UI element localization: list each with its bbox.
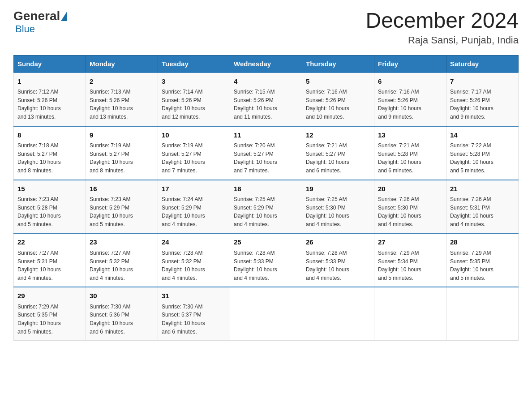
day-info: Sunrise: 7:16 AMSunset: 5:26 PMDaylight:…: [378, 88, 442, 121]
day-number: 9: [90, 130, 154, 141]
day-info: Sunrise: 7:14 AMSunset: 5:26 PMDaylight:…: [162, 88, 226, 121]
day-number: 28: [450, 237, 515, 248]
calendar-cell: 24Sunrise: 7:28 AMSunset: 5:32 PMDayligh…: [158, 233, 230, 287]
day-info: Sunrise: 7:15 AMSunset: 5:26 PMDaylight:…: [234, 88, 298, 121]
day-info: Sunrise: 7:19 AMSunset: 5:27 PMDaylight:…: [162, 141, 226, 175]
day-info: Sunrise: 7:12 AMSunset: 5:26 PMDaylight:…: [17, 88, 82, 121]
day-info: Sunrise: 7:28 AMSunset: 5:32 PMDaylight:…: [162, 249, 226, 282]
calendar-cell: 28Sunrise: 7:29 AMSunset: 5:35 PMDayligh…: [446, 233, 519, 287]
calendar-cell: [302, 287, 374, 340]
day-info: Sunrise: 7:28 AMSunset: 5:33 PMDaylight:…: [234, 249, 298, 282]
calendar-cell: 4Sunrise: 7:15 AMSunset: 5:26 PMDaylight…: [230, 73, 302, 126]
day-info: Sunrise: 7:17 AMSunset: 5:26 PMDaylight:…: [450, 88, 515, 121]
calendar-cell: 25Sunrise: 7:28 AMSunset: 5:33 PMDayligh…: [230, 233, 302, 287]
day-info: Sunrise: 7:13 AMSunset: 5:26 PMDaylight:…: [90, 88, 154, 121]
day-info: Sunrise: 7:28 AMSunset: 5:33 PMDaylight:…: [306, 249, 370, 282]
header: General Blue December 2024 Raja Sansi, P…: [13, 9, 519, 46]
day-number: 11: [234, 130, 298, 141]
logo-triangle-icon: [61, 11, 67, 21]
location-title: Raja Sansi, Punjab, India: [365, 34, 519, 46]
day-info: Sunrise: 7:21 AMSunset: 5:27 PMDaylight:…: [306, 141, 370, 175]
month-title: December 2024: [365, 9, 519, 33]
day-info: Sunrise: 7:24 AMSunset: 5:29 PMDaylight:…: [162, 195, 226, 228]
day-info: Sunrise: 7:25 AMSunset: 5:30 PMDaylight:…: [306, 195, 370, 228]
day-number: 14: [450, 130, 515, 141]
day-number: 2: [90, 77, 154, 87]
calendar-cell: 6Sunrise: 7:16 AMSunset: 5:26 PMDaylight…: [374, 73, 446, 126]
day-number: 4: [234, 77, 298, 87]
day-info: Sunrise: 7:21 AMSunset: 5:28 PMDaylight:…: [378, 141, 442, 175]
weekday-header-thursday: Thursday: [302, 55, 374, 73]
day-number: 21: [450, 184, 515, 194]
day-number: 19: [306, 184, 370, 194]
logo-general: General: [13, 9, 60, 23]
calendar-cell: 23Sunrise: 7:27 AMSunset: 5:32 PMDayligh…: [86, 233, 158, 287]
day-info: Sunrise: 7:26 AMSunset: 5:31 PMDaylight:…: [450, 195, 515, 228]
calendar-cell: 3Sunrise: 7:14 AMSunset: 5:26 PMDaylight…: [158, 73, 230, 126]
weekday-header-row: SundayMondayTuesdayWednesdayThursdayFrid…: [14, 55, 519, 73]
calendar-cell: 30Sunrise: 7:30 AMSunset: 5:36 PMDayligh…: [86, 287, 158, 340]
weekday-header-sunday: Sunday: [14, 55, 86, 73]
calendar-cell: 11Sunrise: 7:20 AMSunset: 5:27 PMDayligh…: [230, 126, 302, 180]
calendar-cell: 5Sunrise: 7:16 AMSunset: 5:26 PMDaylight…: [302, 73, 374, 126]
weekday-header-monday: Monday: [86, 55, 158, 73]
day-info: Sunrise: 7:30 AMSunset: 5:37 PMDaylight:…: [162, 303, 226, 336]
calendar-week-row: 22Sunrise: 7:27 AMSunset: 5:31 PMDayligh…: [14, 233, 519, 287]
calendar-cell: 18Sunrise: 7:25 AMSunset: 5:29 PMDayligh…: [230, 180, 302, 234]
calendar-cell: 7Sunrise: 7:17 AMSunset: 5:26 PMDaylight…: [446, 73, 519, 126]
calendar-cell: 16Sunrise: 7:23 AMSunset: 5:29 PMDayligh…: [86, 180, 158, 234]
day-number: 31: [162, 291, 226, 301]
title-area: December 2024 Raja Sansi, Punjab, India: [365, 9, 519, 46]
day-info: Sunrise: 7:29 AMSunset: 5:35 PMDaylight:…: [17, 303, 82, 336]
calendar-cell: 2Sunrise: 7:13 AMSunset: 5:26 PMDaylight…: [86, 73, 158, 126]
day-info: Sunrise: 7:20 AMSunset: 5:27 PMDaylight:…: [234, 141, 298, 175]
calendar-cell: 19Sunrise: 7:25 AMSunset: 5:30 PMDayligh…: [302, 180, 374, 234]
calendar-table: SundayMondayTuesdayWednesdayThursdayFrid…: [13, 55, 519, 341]
weekday-header-tuesday: Tuesday: [158, 55, 230, 73]
calendar-cell: 10Sunrise: 7:19 AMSunset: 5:27 PMDayligh…: [158, 126, 230, 180]
calendar-cell: 17Sunrise: 7:24 AMSunset: 5:29 PMDayligh…: [158, 180, 230, 234]
calendar-cell: [374, 287, 446, 340]
calendar-cell: [230, 287, 302, 340]
day-info: Sunrise: 7:23 AMSunset: 5:28 PMDaylight:…: [17, 195, 82, 228]
day-number: 8: [17, 130, 82, 141]
day-number: 10: [162, 130, 226, 141]
calendar-cell: 27Sunrise: 7:29 AMSunset: 5:34 PMDayligh…: [374, 233, 446, 287]
calendar-cell: [446, 287, 519, 340]
weekday-header-wednesday: Wednesday: [230, 55, 302, 73]
calendar-week-row: 8Sunrise: 7:18 AMSunset: 5:27 PMDaylight…: [14, 126, 519, 180]
day-info: Sunrise: 7:27 AMSunset: 5:32 PMDaylight:…: [90, 249, 154, 282]
day-number: 24: [162, 237, 226, 248]
calendar-cell: 9Sunrise: 7:19 AMSunset: 5:27 PMDaylight…: [86, 126, 158, 180]
day-number: 25: [234, 237, 298, 248]
day-info: Sunrise: 7:29 AMSunset: 5:34 PMDaylight:…: [378, 249, 442, 282]
day-number: 30: [90, 291, 154, 301]
calendar-cell: 12Sunrise: 7:21 AMSunset: 5:27 PMDayligh…: [302, 126, 374, 180]
day-number: 27: [378, 237, 442, 248]
day-number: 23: [90, 237, 154, 248]
calendar-cell: 14Sunrise: 7:22 AMSunset: 5:28 PMDayligh…: [446, 126, 519, 180]
day-number: 17: [162, 184, 226, 194]
weekday-header-saturday: Saturday: [446, 55, 519, 73]
day-info: Sunrise: 7:16 AMSunset: 5:26 PMDaylight:…: [306, 88, 370, 121]
calendar-cell: 22Sunrise: 7:27 AMSunset: 5:31 PMDayligh…: [14, 233, 86, 287]
logo-blue: Blue: [15, 23, 35, 34]
calendar-cell: 1Sunrise: 7:12 AMSunset: 5:26 PMDaylight…: [14, 73, 86, 126]
day-info: Sunrise: 7:30 AMSunset: 5:36 PMDaylight:…: [90, 303, 154, 336]
day-number: 22: [17, 237, 82, 248]
day-number: 26: [306, 237, 370, 248]
day-number: 20: [378, 184, 442, 194]
day-number: 15: [17, 184, 82, 194]
calendar-cell: 29Sunrise: 7:29 AMSunset: 5:35 PMDayligh…: [14, 287, 86, 340]
calendar-cell: 13Sunrise: 7:21 AMSunset: 5:28 PMDayligh…: [374, 126, 446, 180]
day-info: Sunrise: 7:27 AMSunset: 5:31 PMDaylight:…: [17, 249, 82, 282]
day-info: Sunrise: 7:22 AMSunset: 5:28 PMDaylight:…: [450, 141, 515, 175]
day-info: Sunrise: 7:25 AMSunset: 5:29 PMDaylight:…: [234, 195, 298, 228]
weekday-header-friday: Friday: [374, 55, 446, 73]
day-number: 29: [17, 291, 82, 301]
logo-text: General: [13, 9, 68, 23]
calendar-header: SundayMondayTuesdayWednesdayThursdayFrid…: [14, 55, 519, 73]
calendar-body: 1Sunrise: 7:12 AMSunset: 5:26 PMDaylight…: [14, 73, 519, 341]
day-number: 12: [306, 130, 370, 141]
day-number: 16: [90, 184, 154, 194]
